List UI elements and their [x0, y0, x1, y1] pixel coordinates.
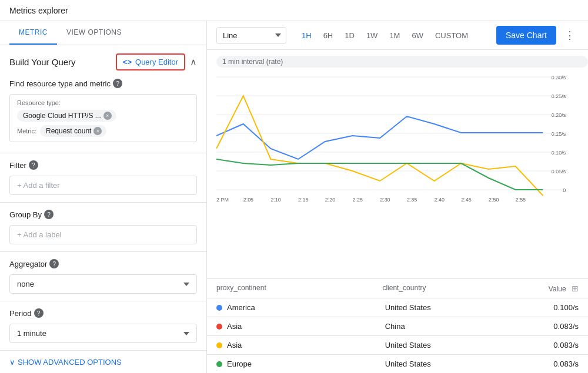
continent-cell: Europe: [216, 359, 385, 368]
svg-text:2:10: 2:10: [270, 197, 280, 203]
svg-text:2 PM: 2 PM: [216, 197, 229, 203]
save-chart-button[interactable]: Save Chart: [496, 26, 556, 45]
show-advanced-options[interactable]: ∨ SHOW ADVANCED OPTIONS: [0, 351, 206, 373]
left-panel: METRIC VIEW OPTIONS Build Your Query <> …: [0, 21, 207, 373]
series-dot-europe: [216, 361, 222, 367]
metric-chip[interactable]: Request count ×: [40, 125, 106, 137]
metric-label: Metric:: [17, 127, 36, 135]
chart-toolbar: Line Bar Stacked Bar Stacked Area Heatma…: [207, 21, 588, 50]
aggregator-label: Aggregator ?: [9, 259, 197, 268]
resource-type-label: Resource type:: [17, 99, 189, 106]
table-header: proxy_continent client_country Value ⊞: [207, 279, 588, 298]
filter-label: Filter ?: [9, 160, 197, 170]
table-row: America United States 0.100/s: [207, 298, 588, 317]
metric-row: Metric: Request count ×: [17, 125, 189, 137]
svg-text:0: 0: [563, 187, 566, 193]
find-resource-section: Find resource type and metric ? Resource…: [9, 79, 197, 142]
svg-text:0.15/s: 0.15/s: [552, 131, 566, 137]
find-resource-help-icon[interactable]: ?: [113, 79, 122, 88]
resource-type-chip[interactable]: Google Cloud HTTP/S ... ×: [17, 110, 116, 122]
svg-text:2:05: 2:05: [243, 197, 253, 203]
svg-text:0.20/s: 0.20/s: [552, 112, 566, 118]
svg-text:2:35: 2:35: [407, 197, 417, 203]
aggregator-section: Aggregator ? none mean sum min max count: [0, 252, 206, 301]
find-resource-label: Find resource type and metric ?: [9, 79, 197, 88]
time-btn-1m[interactable]: 1M: [383, 28, 406, 43]
time-btn-1d[interactable]: 1D: [339, 28, 360, 43]
period-label: Period ?: [9, 308, 197, 318]
series-dot-asia-china: [216, 324, 222, 330]
aggregator-help-icon[interactable]: ?: [49, 259, 59, 268]
tab-bar: METRIC VIEW OPTIONS: [0, 21, 206, 45]
filter-section: Filter ? + Add a filter: [0, 153, 206, 203]
continent-cell: Asia: [216, 341, 385, 350]
query-section: Build Your Query <> Query Editor ∧ Find …: [0, 45, 206, 153]
time-btn-6h[interactable]: 6H: [318, 28, 339, 43]
svg-text:0.05/s: 0.05/s: [552, 169, 566, 174]
query-editor-button[interactable]: <> Query Editor: [116, 53, 185, 70]
svg-text:2:30: 2:30: [380, 197, 390, 203]
more-options-button[interactable]: ⋮: [561, 26, 579, 44]
col-header-continent: proxy_continent: [216, 284, 382, 293]
right-panel: Line Bar Stacked Bar Stacked Area Heatma…: [207, 21, 588, 373]
time-btn-1w[interactable]: 1W: [360, 28, 384, 43]
continent-cell: Asia: [216, 322, 385, 331]
svg-text:2:25: 2:25: [352, 197, 362, 203]
chart-area: 1 min interval (rate) 0.30/s 0.25/s 0.20…: [207, 50, 588, 373]
tab-view-options[interactable]: VIEW OPTIONS: [57, 21, 131, 45]
custom-time-button[interactable]: CUSTOM: [429, 28, 474, 43]
time-btn-1h[interactable]: 1H: [296, 28, 318, 43]
aggregator-select[interactable]: none mean sum min max count: [9, 274, 197, 294]
group-by-input[interactable]: + Add a label: [9, 225, 197, 244]
svg-text:2:20: 2:20: [325, 197, 335, 203]
chart-type-select[interactable]: Line Bar Stacked Bar Stacked Area Heatma…: [216, 27, 286, 44]
series-dot-asia-us: [216, 342, 222, 348]
line-chart: 0.30/s 0.25/s 0.20/s 0.15/s 0.10/s 0.05/…: [216, 72, 579, 207]
svg-text:0.25/s: 0.25/s: [552, 93, 566, 99]
table-row: Europe United States 0.083/s: [207, 355, 588, 373]
period-select[interactable]: 1 minute 5 minutes 10 minutes 1 hour: [9, 324, 197, 343]
data-table: proxy_continent client_country Value ⊞ A…: [207, 278, 588, 373]
table-row: Asia China 0.083/s: [207, 317, 588, 336]
svg-text:0.10/s: 0.10/s: [552, 150, 566, 156]
query-header: Build Your Query <> Query Editor ∧: [9, 53, 197, 70]
chevron-down-icon: ∨: [9, 358, 15, 367]
col-header-value: Value ⊞: [549, 284, 579, 293]
code-icon: <>: [123, 58, 132, 66]
time-buttons: 1H 6H 1D 1W 1M 6W CUSTOM: [296, 28, 474, 43]
group-by-section: Group By ? + Add a label: [0, 203, 206, 252]
period-help-icon[interactable]: ?: [34, 308, 44, 318]
resource-box[interactable]: Resource type: Google Cloud HTTP/S ... ×…: [9, 94, 197, 142]
filter-input[interactable]: + Add a filter: [9, 176, 197, 195]
svg-text:2:40: 2:40: [435, 197, 445, 203]
continent-cell: America: [216, 303, 385, 312]
table-settings-icon[interactable]: ⊞: [572, 284, 579, 293]
table-row: Asia United States 0.083/s: [207, 336, 588, 355]
svg-text:2:45: 2:45: [461, 197, 471, 203]
group-by-label: Group By ?: [9, 210, 197, 219]
group-by-help-icon[interactable]: ?: [44, 210, 54, 219]
interval-badge: 1 min interval (rate): [216, 56, 588, 68]
svg-text:2:55: 2:55: [516, 197, 526, 203]
main-layout: METRIC VIEW OPTIONS Build Your Query <> …: [0, 21, 588, 373]
query-title: Build Your Query: [9, 57, 76, 67]
title-bar: Metrics explorer: [0, 0, 588, 21]
tab-metric[interactable]: METRIC: [9, 21, 57, 45]
app-title: Metrics explorer: [9, 6, 68, 15]
series-dot-america: [216, 305, 222, 311]
svg-text:0.30/s: 0.30/s: [552, 75, 566, 80]
chart-container: 0.30/s 0.25/s 0.20/s 0.15/s 0.10/s 0.05/…: [207, 72, 588, 278]
svg-text:2:50: 2:50: [489, 197, 499, 203]
period-section: Period ? 1 minute 5 minutes 10 minutes 1…: [0, 301, 206, 351]
filter-help-icon[interactable]: ?: [29, 160, 38, 170]
svg-text:2:15: 2:15: [298, 197, 308, 203]
query-editor-label: Query Editor: [135, 58, 178, 66]
time-btn-6w[interactable]: 6W: [406, 28, 429, 43]
resource-chip-close[interactable]: ×: [103, 112, 112, 120]
metric-chip-close[interactable]: ×: [93, 127, 102, 135]
col-header-country: client_country: [382, 284, 548, 293]
collapse-button[interactable]: ∧: [190, 56, 197, 68]
